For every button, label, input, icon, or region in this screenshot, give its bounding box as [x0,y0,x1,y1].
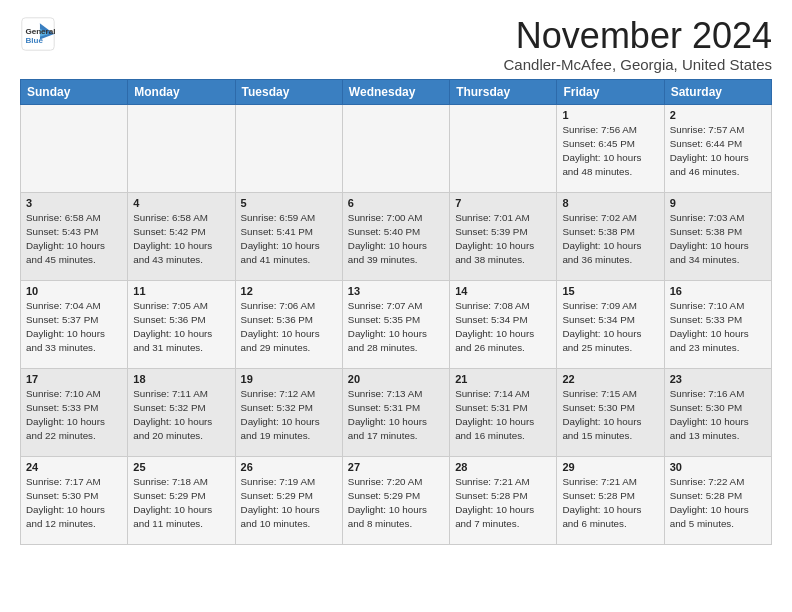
header-cell-monday: Monday [128,79,235,104]
header-cell-wednesday: Wednesday [342,79,449,104]
day-number: 18 [133,373,229,385]
calendar-cell: 11Sunrise: 7:05 AM Sunset: 5:36 PM Dayli… [128,280,235,368]
calendar-week-row: 3Sunrise: 6:58 AM Sunset: 5:43 PM Daylig… [21,192,772,280]
day-info: Sunrise: 7:56 AM Sunset: 6:45 PM Dayligh… [562,123,658,180]
day-number: 16 [670,285,766,297]
calendar-cell: 12Sunrise: 7:06 AM Sunset: 5:36 PM Dayli… [235,280,342,368]
logo: General Blue [20,16,56,52]
day-number: 17 [26,373,122,385]
day-info: Sunrise: 7:21 AM Sunset: 5:28 PM Dayligh… [562,475,658,532]
calendar-cell: 29Sunrise: 7:21 AM Sunset: 5:28 PM Dayli… [557,456,664,544]
calendar-cell: 8Sunrise: 7:02 AM Sunset: 5:38 PM Daylig… [557,192,664,280]
calendar-cell [235,104,342,192]
header-cell-sunday: Sunday [21,79,128,104]
day-info: Sunrise: 6:58 AM Sunset: 5:42 PM Dayligh… [133,211,229,268]
day-number: 25 [133,461,229,473]
calendar-cell: 22Sunrise: 7:15 AM Sunset: 5:30 PM Dayli… [557,368,664,456]
day-info: Sunrise: 7:20 AM Sunset: 5:29 PM Dayligh… [348,475,444,532]
calendar-cell: 5Sunrise: 6:59 AM Sunset: 5:41 PM Daylig… [235,192,342,280]
day-number: 2 [670,109,766,121]
calendar-cell [450,104,557,192]
day-number: 29 [562,461,658,473]
calendar-week-row: 24Sunrise: 7:17 AM Sunset: 5:30 PM Dayli… [21,456,772,544]
calendar-cell: 6Sunrise: 7:00 AM Sunset: 5:40 PM Daylig… [342,192,449,280]
day-info: Sunrise: 7:10 AM Sunset: 5:33 PM Dayligh… [26,387,122,444]
day-number: 30 [670,461,766,473]
day-info: Sunrise: 6:58 AM Sunset: 5:43 PM Dayligh… [26,211,122,268]
day-number: 20 [348,373,444,385]
calendar-cell: 24Sunrise: 7:17 AM Sunset: 5:30 PM Dayli… [21,456,128,544]
calendar-cell: 15Sunrise: 7:09 AM Sunset: 5:34 PM Dayli… [557,280,664,368]
calendar-table: SundayMondayTuesdayWednesdayThursdayFrid… [20,79,772,545]
calendar-cell: 28Sunrise: 7:21 AM Sunset: 5:28 PM Dayli… [450,456,557,544]
calendar-cell: 23Sunrise: 7:16 AM Sunset: 5:30 PM Dayli… [664,368,771,456]
day-number: 15 [562,285,658,297]
day-number: 26 [241,461,337,473]
day-number: 12 [241,285,337,297]
calendar-cell: 4Sunrise: 6:58 AM Sunset: 5:42 PM Daylig… [128,192,235,280]
calendar-week-row: 17Sunrise: 7:10 AM Sunset: 5:33 PM Dayli… [21,368,772,456]
day-info: Sunrise: 7:07 AM Sunset: 5:35 PM Dayligh… [348,299,444,356]
day-info: Sunrise: 7:11 AM Sunset: 5:32 PM Dayligh… [133,387,229,444]
calendar-cell: 30Sunrise: 7:22 AM Sunset: 5:28 PM Dayli… [664,456,771,544]
calendar-cell [342,104,449,192]
calendar-cell: 17Sunrise: 7:10 AM Sunset: 5:33 PM Dayli… [21,368,128,456]
calendar-cell: 18Sunrise: 7:11 AM Sunset: 5:32 PM Dayli… [128,368,235,456]
day-info: Sunrise: 7:01 AM Sunset: 5:39 PM Dayligh… [455,211,551,268]
day-number: 4 [133,197,229,209]
day-number: 9 [670,197,766,209]
day-info: Sunrise: 7:21 AM Sunset: 5:28 PM Dayligh… [455,475,551,532]
day-number: 19 [241,373,337,385]
day-info: Sunrise: 7:08 AM Sunset: 5:34 PM Dayligh… [455,299,551,356]
day-info: Sunrise: 7:16 AM Sunset: 5:30 PM Dayligh… [670,387,766,444]
day-info: Sunrise: 7:03 AM Sunset: 5:38 PM Dayligh… [670,211,766,268]
calendar-cell [21,104,128,192]
title-area: November 2024 Candler-McAfee, Georgia, U… [504,16,772,73]
day-number: 1 [562,109,658,121]
calendar-cell: 16Sunrise: 7:10 AM Sunset: 5:33 PM Dayli… [664,280,771,368]
day-info: Sunrise: 7:10 AM Sunset: 5:33 PM Dayligh… [670,299,766,356]
calendar-cell [128,104,235,192]
calendar-cell: 27Sunrise: 7:20 AM Sunset: 5:29 PM Dayli… [342,456,449,544]
day-number: 14 [455,285,551,297]
header-cell-friday: Friday [557,79,664,104]
calendar-cell: 19Sunrise: 7:12 AM Sunset: 5:32 PM Dayli… [235,368,342,456]
day-info: Sunrise: 7:06 AM Sunset: 5:36 PM Dayligh… [241,299,337,356]
calendar-week-row: 1Sunrise: 7:56 AM Sunset: 6:45 PM Daylig… [21,104,772,192]
calendar-cell: 21Sunrise: 7:14 AM Sunset: 5:31 PM Dayli… [450,368,557,456]
header: General Blue November 2024 Candler-McAfe… [20,16,772,73]
svg-text:General: General [25,27,55,36]
day-info: Sunrise: 7:12 AM Sunset: 5:32 PM Dayligh… [241,387,337,444]
day-info: Sunrise: 7:18 AM Sunset: 5:29 PM Dayligh… [133,475,229,532]
calendar-cell: 25Sunrise: 7:18 AM Sunset: 5:29 PM Dayli… [128,456,235,544]
day-info: Sunrise: 7:05 AM Sunset: 5:36 PM Dayligh… [133,299,229,356]
calendar-cell: 9Sunrise: 7:03 AM Sunset: 5:38 PM Daylig… [664,192,771,280]
day-number: 23 [670,373,766,385]
day-number: 11 [133,285,229,297]
calendar-cell: 13Sunrise: 7:07 AM Sunset: 5:35 PM Dayli… [342,280,449,368]
logo-icon: General Blue [20,16,56,52]
calendar-header-row: SundayMondayTuesdayWednesdayThursdayFrid… [21,79,772,104]
header-cell-tuesday: Tuesday [235,79,342,104]
calendar-cell: 3Sunrise: 6:58 AM Sunset: 5:43 PM Daylig… [21,192,128,280]
day-info: Sunrise: 7:02 AM Sunset: 5:38 PM Dayligh… [562,211,658,268]
calendar-cell: 14Sunrise: 7:08 AM Sunset: 5:34 PM Dayli… [450,280,557,368]
calendar-cell: 1Sunrise: 7:56 AM Sunset: 6:45 PM Daylig… [557,104,664,192]
day-number: 10 [26,285,122,297]
day-info: Sunrise: 7:14 AM Sunset: 5:31 PM Dayligh… [455,387,551,444]
day-number: 7 [455,197,551,209]
calendar-cell: 7Sunrise: 7:01 AM Sunset: 5:39 PM Daylig… [450,192,557,280]
day-number: 3 [26,197,122,209]
day-info: Sunrise: 7:57 AM Sunset: 6:44 PM Dayligh… [670,123,766,180]
calendar-cell: 20Sunrise: 7:13 AM Sunset: 5:31 PM Dayli… [342,368,449,456]
day-info: Sunrise: 6:59 AM Sunset: 5:41 PM Dayligh… [241,211,337,268]
calendar-cell: 26Sunrise: 7:19 AM Sunset: 5:29 PM Dayli… [235,456,342,544]
page: General Blue November 2024 Candler-McAfe… [0,0,792,555]
day-info: Sunrise: 7:09 AM Sunset: 5:34 PM Dayligh… [562,299,658,356]
day-number: 6 [348,197,444,209]
location-title: Candler-McAfee, Georgia, United States [504,56,772,73]
day-info: Sunrise: 7:04 AM Sunset: 5:37 PM Dayligh… [26,299,122,356]
calendar-week-row: 10Sunrise: 7:04 AM Sunset: 5:37 PM Dayli… [21,280,772,368]
calendar-cell: 10Sunrise: 7:04 AM Sunset: 5:37 PM Dayli… [21,280,128,368]
day-number: 21 [455,373,551,385]
